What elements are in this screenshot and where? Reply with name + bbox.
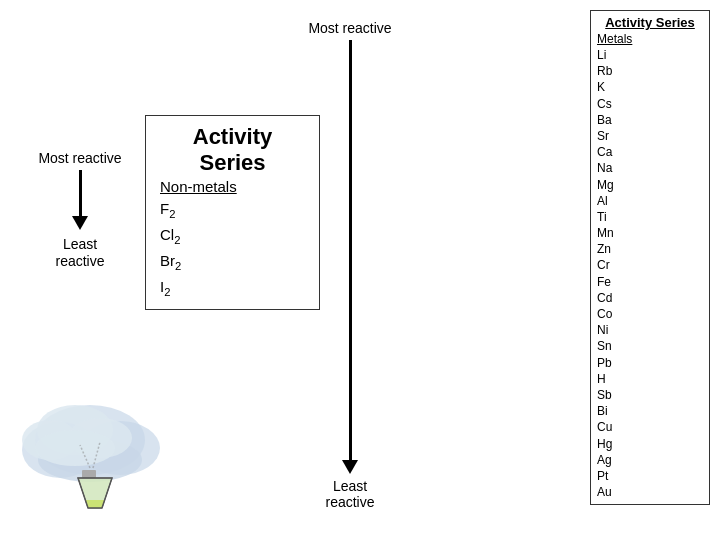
metal-item-h: H (597, 371, 703, 387)
metal-item-cd: Cd (597, 290, 703, 306)
center-arrow-area: Most reactive Leastreactive (330, 20, 370, 510)
metal-item-ba: Ba (597, 112, 703, 128)
arrow-line (349, 40, 352, 460)
box-subtitle: Non-metals (160, 178, 305, 195)
metal-item-cu: Cu (597, 419, 703, 435)
svg-point-7 (35, 430, 115, 466)
left-arrow-line (79, 170, 82, 216)
least-reactive-bottom-label: Leastreactive (325, 478, 374, 510)
metal-item-al: Al (597, 193, 703, 209)
metal-item-k: K (597, 79, 703, 95)
metal-item-co: Co (597, 306, 703, 322)
metal-item-mg: Mg (597, 177, 703, 193)
arrow-head-down (342, 460, 358, 474)
metal-item-li: Li (597, 47, 703, 63)
metal-item-pb: Pb (597, 355, 703, 371)
most-reactive-left-label: Most reactive (38, 150, 121, 166)
activity-series-panel: Activity Series Metals LiRbKCsBaSrCaNaMg… (590, 10, 710, 505)
metal-item-ni: Ni (597, 322, 703, 338)
metal-item-pt: Pt (597, 468, 703, 484)
element-f2: F2 (160, 197, 305, 223)
left-arrow-area: Most reactive Leastreactive (40, 150, 120, 270)
element-cl2: Cl2 (160, 223, 305, 249)
most-reactive-top-label: Most reactive (308, 20, 391, 36)
metal-item-sr: Sr (597, 128, 703, 144)
box-title: ActivitySeries (160, 124, 305, 176)
metal-item-fe: Fe (597, 274, 703, 290)
metal-item-ti: Ti (597, 209, 703, 225)
svg-rect-8 (82, 470, 96, 478)
metal-item-au: Au (597, 484, 703, 500)
cloud-illustration (0, 370, 180, 530)
metal-item-zn: Zn (597, 241, 703, 257)
left-arrow-head-down (72, 216, 88, 230)
least-reactive-left-label: Leastreactive (55, 236, 104, 270)
metals-list: LiRbKCsBaSrCaNaMgAlTiMnZnCrFeCdCoNiSnPbH… (597, 47, 703, 500)
panel-title: Activity Series (597, 15, 703, 30)
metal-item-cr: Cr (597, 257, 703, 273)
metals-subtitle: Metals (597, 32, 703, 46)
metal-item-cs: Cs (597, 96, 703, 112)
nonmetals-box: ActivitySeries Non-metals F2 Cl2 Br2 I2 (145, 115, 320, 310)
vertical-arrow (330, 40, 370, 474)
metal-item-hg: Hg (597, 436, 703, 452)
element-i2: I2 (160, 275, 305, 301)
metal-item-bi: Bi (597, 403, 703, 419)
element-list: F2 Cl2 Br2 I2 (160, 197, 305, 301)
element-br2: Br2 (160, 249, 305, 275)
left-vertical-arrow (72, 170, 88, 230)
metal-item-rb: Rb (597, 63, 703, 79)
metal-item-mn: Mn (597, 225, 703, 241)
metal-item-na: Na (597, 160, 703, 176)
metal-item-sb: Sb (597, 387, 703, 403)
metal-item-ag: Ag (597, 452, 703, 468)
metal-item-sn: Sn (597, 338, 703, 354)
metal-item-ca: Ca (597, 144, 703, 160)
cloud-area (0, 370, 180, 530)
